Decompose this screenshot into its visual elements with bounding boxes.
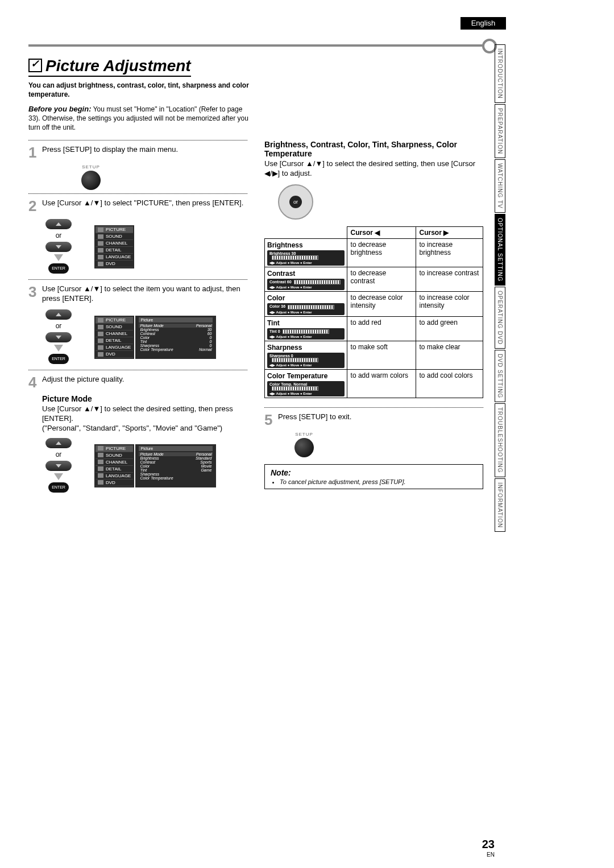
side-tab-dvd-setting[interactable]: DVD SETTING: [495, 350, 505, 402]
slider-graphic: Sharpness 0◀▶ Adjust ● Move ● Enter: [267, 353, 345, 368]
header-cursor-left: Cursor ◀: [347, 227, 416, 239]
step-4: 4 Adjust the picture quality.: [28, 375, 247, 390]
osd-main-menu: PICTURESOUNDCHANNELDETAILLANGUAGEDVD: [94, 225, 134, 268]
enter-button-icon: ENTER: [48, 482, 69, 493]
language-tab: English: [460, 17, 506, 30]
before-you-begin: Before you begin: You must set "Home" in…: [28, 105, 256, 132]
table-row: TintTint 0◀▶ Adjust ● Move ● Enterto add…: [265, 316, 483, 341]
osd-menu-item: SOUND: [96, 324, 133, 330]
page-title: Picture Adjustment: [28, 57, 191, 77]
side-tab-operating-dvd[interactable]: OPERATING DVD: [495, 287, 505, 349]
osd-menu-item: CHANNEL: [96, 459, 133, 466]
osd-main-menu: PICTURESOUNDCHANNELDETAILLANGUAGEDVD: [94, 316, 134, 359]
osd-menu-item: DVD: [96, 261, 133, 267]
osd-menu-item: DETAIL: [96, 247, 133, 254]
slider-graphic: Contrast 60◀▶ Adjust ● Move ● Enter: [267, 279, 345, 290]
adjust-heading: Brightness, Contrast, Color, Tint, Sharp…: [264, 140, 483, 158]
osd-menu-item: SOUND: [96, 233, 133, 240]
setup-button-graphic: SETUP: [293, 432, 316, 457]
table-row: Color TemperatureColor Temp. Normal◀▶ Ad…: [265, 369, 483, 398]
osd-menu-item: LANGUAGE: [96, 473, 133, 480]
cursor-down-icon: [45, 461, 72, 471]
setup-button-icon: [294, 438, 314, 457]
cursor-up-icon: [45, 438, 72, 448]
osd-menu-item: LANGUAGE: [96, 254, 133, 261]
step-5: 5 Press [SETUP] to exit.: [264, 412, 483, 427]
checkbox-icon: [28, 59, 42, 72]
step-2: 2 Use [Cursor ▲/▼] to select "PICTURE", …: [28, 199, 247, 213]
dpad-graphic: or: [276, 182, 316, 222]
arrow-down-icon: [54, 254, 63, 261]
picture-mode-heading: Picture Mode: [42, 394, 247, 403]
side-tab-introduction[interactable]: INTRODUCTION: [495, 44, 505, 103]
osd-menu-item: DETAIL: [96, 337, 133, 344]
intro-text: You can adjust brightness, contrast, col…: [28, 81, 256, 99]
side-tab-watching-tv[interactable]: WATCHING TV: [495, 159, 505, 213]
page-number: 23: [482, 838, 495, 851]
slider-graphic: Color Temp. Normal◀▶ Adjust ● Move ● Ent…: [267, 381, 345, 396]
osd-menu-item: CHANNEL: [96, 240, 133, 247]
setup-button-graphic: SETUP: [80, 164, 102, 190]
osd-menu-item: PICTURE: [96, 445, 133, 452]
osd-menu-item: DVD: [96, 351, 133, 358]
table-row: SharpnessSharpness 0◀▶ Adjust ● Move ● E…: [265, 341, 483, 369]
cursor-down-icon: [45, 242, 72, 252]
osd-menu-item: DETAIL: [96, 466, 133, 473]
cursor-down-icon: [45, 332, 72, 342]
cursor-up-icon: [45, 219, 72, 229]
table-row: BrightnessBrightness 30◀▶ Adjust ● Move …: [265, 239, 483, 267]
setup-button-icon: [81, 171, 101, 190]
side-tab-troubleshooting[interactable]: TROUBLESHOOTING: [495, 403, 505, 477]
top-rule: [28, 44, 483, 47]
picture-mode-graphic: or ENTER PICTURESOUNDCHANNELDETAILLANGUA…: [45, 437, 247, 495]
osd-menu-item: CHANNEL: [96, 330, 133, 337]
cursor-up-icon: [45, 309, 72, 320]
header-cursor-right: Cursor ▶: [416, 227, 483, 239]
adjustment-table: Cursor ◀ Cursor ▶ BrightnessBrightness 3…: [264, 226, 483, 398]
slider-graphic: Brightness 30◀▶ Adjust ● Move ● Enter: [267, 250, 345, 266]
osd-picture-mode-panel: PicturePicture ModePersonalBrightnessSta…: [135, 444, 216, 487]
table-row: ContrastContrast 60◀▶ Adjust ● Move ● En…: [265, 267, 483, 292]
slider-graphic: Tint 0◀▶ Adjust ● Move ● Enter: [267, 328, 345, 340]
osd-menu-item: SOUND: [96, 452, 133, 459]
osd-menu-item: PICTURE: [96, 226, 133, 233]
osd-menu-item: PICTURE: [96, 317, 133, 324]
enter-button-icon: ENTER: [48, 263, 69, 274]
osd-menu-item: DVD: [96, 480, 133, 486]
arrow-down-icon: [54, 473, 63, 480]
side-tab-preparation[interactable]: PREPARATION: [495, 104, 505, 158]
osd-main-menu: PICTURESOUNDCHANNELDETAILLANGUAGEDVD: [94, 444, 134, 487]
osd-menu-item: LANGUAGE: [96, 344, 133, 351]
step-3: 3 Use [Cursor ▲/▼] to select the item yo…: [28, 284, 247, 304]
osd-picture-panel: PicturePicture ModePersonalBrightness30C…: [135, 316, 216, 359]
note-box: Note: To cancel picture adjustment, pres…: [264, 464, 483, 489]
table-row: ColorColor 36◀▶ Adjust ● Move ● Enterto …: [265, 292, 483, 316]
side-tab-information[interactable]: INFORMATION: [495, 478, 505, 532]
side-tab-optional-setting[interactable]: OPTIONAL SETTING: [495, 214, 505, 286]
step-1: 1 Press [SETUP] to display the main menu…: [28, 145, 247, 160]
picture-mode-desc: Use [Cursor ▲/▼] to select the desired s…: [42, 404, 247, 433]
arrow-down-icon: [54, 345, 63, 352]
step-3-graphic: or ENTER PICTURESOUNDCHANNELDETAILLANGUA…: [45, 308, 247, 366]
section-tabs: INTRODUCTIONPREPARATIONWATCHING TVOPTION…: [495, 44, 508, 533]
slider-graphic: Color 36◀▶ Adjust ● Move ● Enter: [267, 303, 345, 315]
step-2-graphic: or ENTER PICTURESOUNDCHANNELDETAILLANGUA…: [45, 218, 247, 276]
adjust-desc: Use [Cursor ▲/▼] to select the desired s…: [264, 159, 483, 179]
enter-button-icon: ENTER: [48, 354, 69, 364]
page-lang: EN: [487, 852, 495, 858]
